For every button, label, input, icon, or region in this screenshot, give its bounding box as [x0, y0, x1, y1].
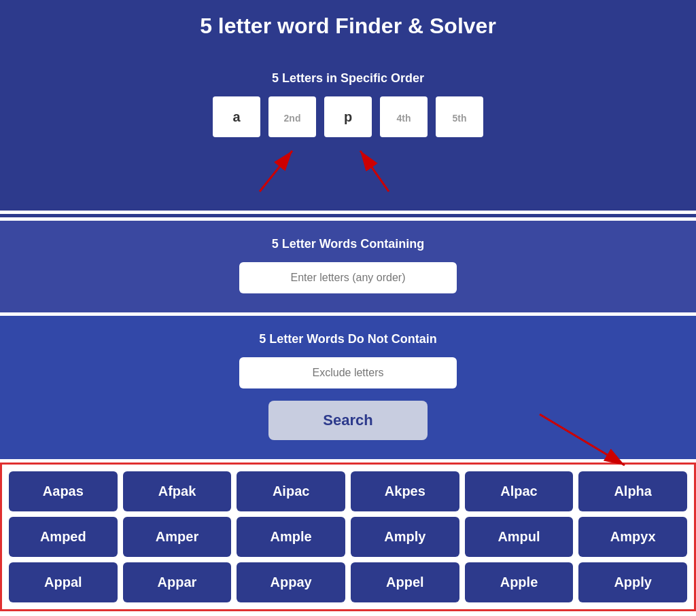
search-button[interactable]: Search: [268, 401, 427, 440]
word-result-button[interactable]: Amped: [9, 517, 118, 557]
word-result-button[interactable]: Appel: [351, 562, 459, 602]
results-section: AapasAfpakAipacAkpesAlpacAlphaAmpedAmper…: [0, 463, 696, 611]
exclude-label: 5 Letter Words Do Not Contain: [0, 332, 696, 346]
letter-boxes-row: [0, 96, 696, 137]
specific-order-section: 5 Letters in Specific Order: [0, 55, 696, 211]
svg-line-5: [540, 414, 625, 465]
word-result-button[interactable]: Amper: [123, 517, 232, 557]
search-btn-wrap: Search: [0, 401, 696, 440]
top-section: 5 letter word Finder & Solver 5 Letters …: [0, 0, 696, 312]
containing-label: 5 Letter Words Containing: [0, 237, 696, 251]
letter-box-2[interactable]: [268, 96, 316, 137]
word-result-button[interactable]: Aipac: [237, 471, 345, 511]
letter-box-3[interactable]: [324, 96, 372, 137]
specific-order-label: 5 Letters in Specific Order: [0, 71, 696, 86]
letter-box-4[interactable]: [380, 96, 428, 137]
arrow-svg: [178, 143, 518, 197]
word-result-button[interactable]: Ampyx: [578, 517, 687, 557]
exclude-input-wrap: [0, 357, 696, 388]
word-result-button[interactable]: Alpha: [578, 471, 687, 511]
word-result-button[interactable]: Apple: [465, 562, 574, 602]
letter-box-1[interactable]: [213, 96, 260, 137]
svg-line-3: [360, 151, 389, 192]
letter-box-5[interactable]: [436, 96, 483, 137]
word-result-button[interactable]: Appay: [237, 562, 345, 602]
results-grid: AapasAfpakAipacAkpesAlpacAlphaAmpedAmper…: [9, 471, 687, 602]
containing-section: 5 Letter Words Containing: [0, 221, 696, 312]
word-result-button[interactable]: Apply: [578, 562, 687, 602]
word-result-button[interactable]: Amply: [351, 517, 459, 557]
page-title: 5 letter word Finder & Solver: [0, 0, 696, 55]
arrows-area: [0, 143, 696, 197]
containing-input-wrap: [0, 262, 696, 293]
word-result-button[interactable]: Ample: [237, 517, 345, 557]
word-result-button[interactable]: Afpak: [123, 471, 232, 511]
word-result-button[interactable]: Akpes: [351, 471, 459, 511]
svg-line-2: [260, 151, 292, 192]
exclude-section: 5 Letter Words Do Not Contain Search: [0, 312, 696, 463]
exclude-inner: 5 Letter Words Do Not Contain Search: [0, 316, 696, 459]
word-result-button[interactable]: Appal: [9, 562, 118, 602]
containing-input[interactable]: [239, 262, 457, 293]
word-result-button[interactable]: Alpac: [465, 471, 574, 511]
exclude-input[interactable]: [239, 357, 457, 388]
word-result-button[interactable]: Ampul: [465, 517, 574, 557]
word-result-button[interactable]: Aapas: [9, 471, 118, 511]
word-result-button[interactable]: Appar: [123, 562, 232, 602]
